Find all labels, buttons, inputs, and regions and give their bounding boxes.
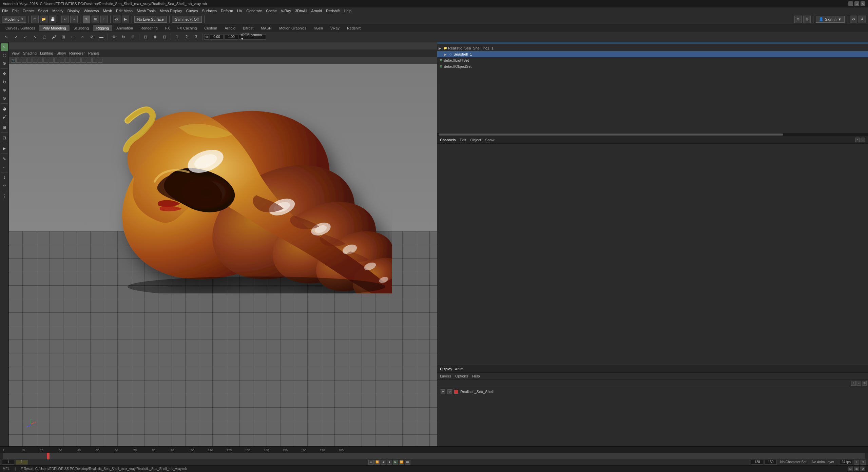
shelf-arrow[interactable]: ↗ [12,33,20,41]
status-btn3[interactable]: ⚙ [860,467,865,471]
menu-select[interactable]: Select [38,9,49,13]
menu-mesh-display[interactable]: Mesh Display [160,9,182,13]
transform-y[interactable] [225,34,238,40]
shelf-lasso[interactable]: ◌ [40,33,49,41]
snap-together-btn[interactable]: ⊟ [1,134,8,142]
annotation-btn[interactable]: ✎ [1,155,8,163]
scale-tool-btn[interactable]: ⊕ [1,86,8,94]
shelf-scale[interactable]: ⊕ [129,33,137,41]
menu-vray[interactable]: V-Ray [281,9,291,13]
menu-curves[interactable]: Curves [186,9,198,13]
menu-display[interactable]: Display [67,9,80,13]
layer-del-btn[interactable]: - [856,381,861,386]
outliner-item-seashell1[interactable]: ▶ ◇ Seashell_1 [437,51,868,57]
step-back-btn[interactable]: ⏪ [374,460,380,465]
vp-btn3[interactable] [27,58,32,63]
no-live-surface-btn[interactable]: No Live Surface [134,16,167,23]
menu-modify[interactable]: Modify [52,9,63,13]
end-frame-input2[interactable] [765,460,777,465]
save-btn[interactable]: 💾 [49,16,56,23]
menu-arnold[interactable]: Arnold [311,9,322,13]
shelf-select[interactable]: ↖ [2,33,11,41]
main-viewport[interactable]: View Shading Lighting Show Renderer Pane… [9,49,437,453]
tab-poly-modeling[interactable]: Poly Modeling [39,25,69,31]
channels-add-btn[interactable]: + [855,138,860,142]
close-button[interactable]: ✕ [861,1,865,6]
audio-btn[interactable]: ♪ [854,460,859,465]
shelf-smooth2[interactable]: 2 [182,33,191,41]
tab-vray[interactable]: VRay [327,25,343,31]
lasso-tool-btn[interactable]: ◌ [1,52,8,59]
display-tab-display[interactable]: Display [440,367,452,371]
minimize-button[interactable]: — [848,1,853,6]
maximize-button[interactable]: □ [854,1,859,6]
vp-btn11[interactable] [71,58,75,63]
universal-manip-btn[interactable]: ⊘ [1,95,8,102]
menu-cache[interactable]: Cache [266,9,277,13]
start-frame-input[interactable] [2,460,14,465]
viewport-menu-shading[interactable]: Shading [23,51,37,55]
end-frame-input[interactable] [751,460,763,465]
shelf-rotate[interactable]: ↻ [119,33,128,41]
menu-uv[interactable]: UV [237,9,242,13]
shelf-plane[interactable]: ▬ [97,33,106,41]
step-forward-btn[interactable]: ⏩ [399,460,404,465]
vp-btn14[interactable] [87,58,92,63]
status-btn1[interactable]: ⊟ [848,467,853,471]
menu-edit-mesh[interactable]: Edit Mesh [116,9,133,13]
vp-btn4[interactable] [33,58,37,63]
mode-selector[interactable]: Modeling ▼ [2,16,26,23]
shelf-arrow2[interactable]: ↙ [21,33,30,41]
soft-mod-btn[interactable]: ◕ [1,105,8,112]
viewport-menu-view[interactable]: View [12,51,20,55]
channels-tab-edit[interactable]: Edit [460,138,466,142]
menu-mesh-tools[interactable]: Mesh Tools [137,9,155,13]
shelf-paint[interactable]: 🖌 [50,33,58,41]
tab-bifrost[interactable]: Bifrost [239,25,257,31]
tab-redshift[interactable]: Redshift [344,25,364,31]
paint-select-btn[interactable]: ⊛ [1,60,8,67]
timeline-track[interactable] [3,453,865,459]
menu-help[interactable]: Help [344,9,352,13]
transform-x[interactable] [210,34,224,40]
vp-btn5[interactable] [38,58,43,63]
tab-custom[interactable]: Custom [201,25,220,31]
status-btn2[interactable]: ⊞ [854,467,859,471]
viewport-menu-renderer[interactable]: Renderer [69,51,85,55]
viewport-menu-show[interactable]: Show [57,51,66,55]
render-region-btn[interactable]: ▶ [1,145,8,152]
viewport-menu-lighting[interactable]: Lighting [40,51,53,55]
wire-btn[interactable]: ⊟ [803,16,811,23]
tab-animation[interactable]: Animation [113,25,136,31]
channels-tab-object[interactable]: Object [470,138,481,142]
menu-windows[interactable]: Windows [84,9,99,13]
symmetry-off-btn[interactable]: Symmetry: Off [172,16,202,23]
tab-fx-caching[interactable]: FX Caching [174,25,200,31]
autodesk-btn[interactable]: A [859,16,866,23]
menu-mesh[interactable]: Mesh [103,9,112,13]
viewport-menu-panels[interactable]: Panels [88,51,100,55]
measure-btn[interactable]: ↔ [1,163,8,171]
outliner-scrollbar[interactable] [437,133,868,136]
undo-btn[interactable]: ↩ [61,16,69,23]
open-btn[interactable]: 📂 [40,16,47,23]
tab-ngen[interactable]: nGen [310,25,326,31]
workspace-settings-btn[interactable]: ⚙ [850,16,857,23]
current-frame-input[interactable] [16,460,28,465]
render-settings-btn[interactable]: ⚙ [113,16,120,23]
extra-tools-btn[interactable]: ⋮ [1,192,8,200]
new-scene-btn[interactable]: □ [31,16,39,23]
menu-file[interactable]: File [2,9,8,13]
stop-btn[interactable]: ■ [387,460,392,465]
show-manip-btn[interactable]: ⊞ [1,124,8,131]
shelf-smooth3[interactable]: 3 [192,33,200,41]
help-tab[interactable]: Help [472,374,480,378]
shelf-snap-grid[interactable]: ⊟ [141,33,150,41]
tab-arnold[interactable]: Arnold [221,25,239,31]
sign-in-btn[interactable]: 👤 Sign In ▼ [816,16,845,23]
options-tab[interactable]: Options [455,374,468,378]
pencil-btn[interactable]: ✏ [1,182,8,189]
vp-btn16[interactable] [98,58,102,63]
snap-curve-btn[interactable]: ⌇ [100,16,108,23]
play-forward-btn[interactable]: ▶ [393,460,398,465]
